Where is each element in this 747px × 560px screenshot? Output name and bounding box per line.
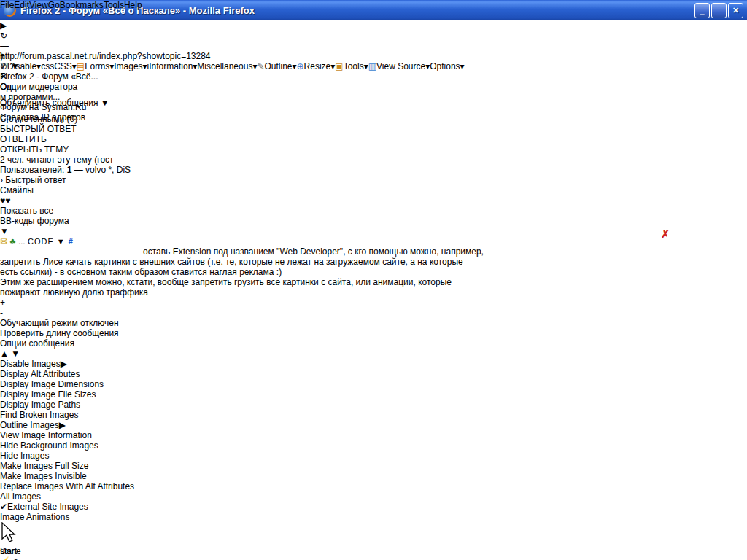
chevron-down-icon[interactable]: ▾: [460, 61, 465, 71]
readers-header: 2 чел. читают эту тему (гост: [0, 155, 747, 165]
mouse-cursor: [0, 522, 747, 546]
webdev-forms[interactable]: ▤Forms▾: [77, 61, 114, 71]
webdev-label: Images: [114, 61, 142, 71]
menu-item-display-image-dimensions[interactable]: Display Image Dimensions: [0, 379, 747, 389]
menu-item-display-image-paths[interactable]: Display Image Paths: [0, 400, 747, 410]
webdev-outline[interactable]: ✎Outline▾: [257, 61, 296, 71]
chevron-down-icon[interactable]: ▼: [57, 237, 66, 246]
webdev-label: Information: [149, 61, 193, 71]
webdev-images[interactable]: Images▾: [114, 61, 147, 71]
menu-item-display-image-file-sizes[interactable]: Display Image File Sizes: [0, 389, 747, 400]
tab-1[interactable]: Firefox 2 - Форум «Всё...: [0, 71, 108, 82]
menu-item-disable-images[interactable]: Disable Images▶: [0, 359, 747, 369]
menubar-item-tools[interactable]: Tools: [104, 0, 124, 10]
internet-explorer-icon[interactable]: e: [13, 556, 18, 560]
tab-5[interactable]: Средства IP адресов: [0, 112, 117, 122]
webdev-label: Outline: [264, 61, 292, 71]
smileys-panel: Смайлы ♥♥ Показать все BB-коды форума: [0, 185, 747, 226]
webdev-label: CSS: [54, 61, 72, 71]
menubar-item-bookmarks[interactable]: Bookmarks: [60, 0, 104, 10]
page-scrollbar[interactable]: ▲ ▼: [0, 349, 747, 359]
label-post: roken Images: [26, 410, 79, 420]
action-button-2[interactable]: ОТВЕТИТЬ: [0, 134, 64, 144]
label-post: lt Attributes: [36, 369, 80, 379]
decrease-button[interactable]: -: [0, 308, 15, 318]
increase-button[interactable]: +: [0, 298, 15, 308]
quote-icon[interactable]: …: [18, 238, 26, 246]
submenu-item-all-images[interactable]: All Images: [0, 491, 747, 502]
label-post: xternal Site Images: [13, 502, 88, 512]
code-select[interactable]: CODE ▼: [28, 237, 69, 246]
image-icon[interactable]: ♣: [9, 236, 15, 246]
label-key: R: [0, 481, 7, 491]
webdev-options[interactable]: Options▾: [430, 61, 464, 71]
button-label: БЫСТРЫЙ ОТВЕТ: [0, 124, 77, 134]
winamp-icon[interactable]: ⚡: [0, 556, 11, 560]
scroll-up-icon[interactable]: ▲: [0, 349, 9, 359]
bb-codes-link[interactable]: BB-коды форума: [0, 216, 747, 226]
hash-button[interactable]: #: [69, 237, 73, 246]
webdev-disable[interactable]: ⊘Disable▾: [0, 61, 41, 71]
label-key: m: [23, 451, 30, 461]
menu-item-view-image-information[interactable]: View Image Information: [0, 430, 747, 440]
close-editor-icon[interactable]: ✗: [661, 228, 670, 240]
label-key: O: [0, 420, 7, 430]
menu-item-display-alt-attributes[interactable]: Display Alt Attributes: [0, 369, 747, 379]
tab-4[interactable]: Форум на Sysman.Ru: [0, 102, 121, 112]
love-smiley-icon[interactable]: ♥♥: [0, 195, 10, 206]
menubar-item-go[interactable]: Go: [48, 0, 60, 10]
menu-item-replace-images-with-alt-attributes[interactable]: Replace Images With Alt Attributes: [0, 481, 747, 491]
stop-button[interactable]: —: [0, 41, 747, 51]
rss-icon[interactable]: ): [0, 51, 3, 61]
smileys-title: Смайлы: [0, 185, 747, 195]
start-button[interactable]: start: [0, 546, 747, 556]
label-post: utline Images: [7, 420, 58, 430]
menubar-item-file[interactable]: File: [0, 0, 14, 10]
restore-button[interactable]: [711, 3, 727, 18]
webdev-information[interactable]: iInformation▾: [147, 61, 198, 71]
action-button-3[interactable]: ОТКРЫТЬ ТЕМУ: [0, 144, 84, 155]
submenu-item-external-site-images[interactable]: ✔External Site Images: [0, 502, 747, 512]
webdev-resize[interactable]: ⊕Resize▾: [297, 61, 336, 71]
user-link-dis[interactable]: DiS: [117, 165, 131, 175]
menu-item-hide-background-images[interactable]: Hide Background Images: [0, 440, 747, 451]
user-link-volvo[interactable]: volvo: [85, 165, 106, 175]
minimize-button[interactable]: _: [694, 3, 710, 18]
tab-2[interactable]: Од...: [0, 82, 109, 92]
forward-button[interactable]: ▶: [0, 20, 747, 31]
scroll-down-icon[interactable]: ▼: [11, 349, 20, 359]
chevron-right-icon[interactable]: »: [20, 556, 26, 560]
tab-label: Од...: [0, 82, 19, 92]
menu-item-make-images-invisible[interactable]: Make Images Invisible: [0, 471, 747, 481]
show-all-link[interactable]: Показать все: [0, 206, 747, 216]
message-textarea[interactable]: оставь Extension под названием "Web Deve…: [0, 246, 747, 298]
menu-item-outline-images[interactable]: Outline Images▶: [0, 420, 747, 430]
menu-item-find-broken-images[interactable]: Find Broken Images: [0, 410, 747, 420]
menubar-item-edit[interactable]: Edit: [14, 0, 29, 10]
webdev-tools[interactable]: ▣Tools▾: [335, 61, 368, 71]
action-button-1[interactable]: БЫСТРЫЙ ОТВЕТ: [0, 124, 86, 134]
reload-button[interactable]: ↻: [0, 31, 747, 41]
menu-item-hide-images[interactable]: Hide Images: [0, 451, 747, 461]
menu-item-make-images-full-size[interactable]: Make Images Full Size: [0, 461, 747, 471]
submenu-item-image-animations[interactable]: Image Animations: [0, 512, 747, 522]
webdev-css[interactable]: cssCSS▾: [41, 61, 77, 71]
tab-3[interactable]: м программи...: [0, 92, 165, 102]
webdev-view-source[interactable]: ▥View Source▾: [368, 61, 430, 71]
address-bar[interactable]: http://forum.pascal.net.ru/index.php?sho…: [0, 51, 211, 61]
label-key: B: [20, 410, 26, 420]
chevron-down-icon[interactable]: ▼: [0, 226, 9, 236]
menubar-item-view[interactable]: View: [29, 0, 48, 10]
email-icon[interactable]: ✉: [0, 236, 7, 246]
view-source-icon: ▥: [368, 61, 376, 71]
training-mode-button[interactable]: Обучающий режим отключен: [0, 318, 124, 328]
menubar-item-help[interactable]: Help: [124, 0, 142, 10]
label-pre: Display: [0, 369, 31, 379]
check-length-button[interactable]: Проверить длину сообщения: [0, 328, 128, 338]
label-post: mage Dimensions: [34, 379, 104, 389]
webdev-miscellaneous[interactable]: Miscellaneous▾: [197, 61, 257, 71]
label-pre: Display Image: [0, 400, 58, 410]
taskbar: start ⚡ e » LexiBCFirefox 2 - Форум «В..…: [0, 546, 747, 560]
quick-reply-header[interactable]: › Быстрый ответ: [0, 175, 747, 185]
close-button[interactable]: ✕: [728, 3, 743, 18]
